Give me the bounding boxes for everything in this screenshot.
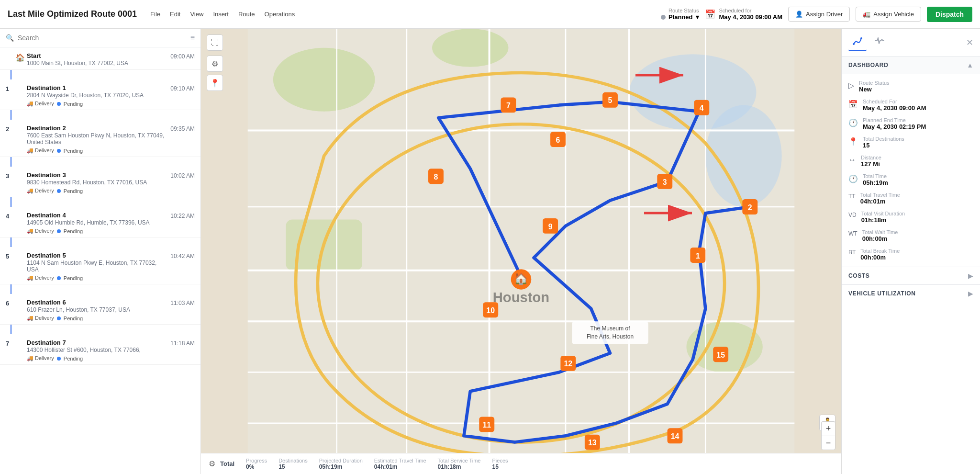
stop-info-4: Destination 4 14905 Old Humble Rd, Humbl… <box>27 212 167 234</box>
sidebar-search-bar: 🔍 ≡ <box>0 29 200 47</box>
stop-info-6: Destination 6 610 Frazer Ln, Houston, TX… <box>27 299 167 321</box>
stop-time-1: 09:10 AM <box>170 84 195 92</box>
svg-text:15: 15 <box>716 351 725 359</box>
assign-vehicle-button[interactable]: 🚛 Assign Vehicle <box>856 7 921 22</box>
map-toolbar: ⛶ <box>207 34 223 51</box>
dispatch-button[interactable]: Dispatch <box>927 7 972 22</box>
stop-item-1[interactable]: 1 Destination 1 2804 N Wayside Dr, Houst… <box>0 79 200 110</box>
stop-item-3[interactable]: 3 Destination 3 9830 Homestead Rd, Houst… <box>0 167 200 197</box>
planned-end-label: Planned End Time <box>863 117 973 123</box>
assign-vehicle-label: Assign Vehicle <box>873 11 914 18</box>
vehicle-section-header[interactable]: VEHICLE UTILIZATION ▶ <box>842 285 980 302</box>
timeline-line-6 <box>11 325 11 334</box>
menu-operations[interactable]: Operations <box>265 11 295 18</box>
route-status-group: Route Status Planned ▾ <box>661 8 699 21</box>
timeline-line <box>11 70 11 79</box>
delivery-tag-7: 🚚 Delivery <box>27 355 54 361</box>
timeline-line-3 <box>11 197 11 207</box>
total-travel-content: Total Travel Time 04h:01m <box>860 192 973 205</box>
sidebar-left: 🔍 ≡ 🏠 Start 1000 Main St, Houston, TX 77… <box>0 29 201 474</box>
dashboard-title: DASHBOARD <box>848 62 888 68</box>
stop-time-start: 09:00 AM <box>170 52 195 60</box>
stop-tags-4: 🚚 Delivery Pending <box>27 228 167 234</box>
route-status-text: Planned <box>668 13 693 21</box>
stop-icon-2 <box>15 124 27 125</box>
home-icon: 🏠 <box>15 54 25 62</box>
vehicle-chevron[interactable]: ▶ <box>968 290 973 297</box>
map-pin-button[interactable]: 📍 <box>207 75 223 91</box>
menu-insert[interactable]: Insert <box>213 11 229 18</box>
stop-item-start[interactable]: 🏠 Start 1000 Main St, Houston, TX 77002,… <box>0 47 200 70</box>
stop-list: 🏠 Start 1000 Main St, Houston, TX 77002,… <box>0 47 200 474</box>
bottom-stat-destinations: Destinations 15 <box>278 458 308 470</box>
total-break-row: BT Total Break Time 00h:00m <box>842 245 980 264</box>
zoom-in-button[interactable]: + <box>821 421 835 436</box>
menu-view[interactable]: View <box>190 11 203 18</box>
stop-name-4: Destination 4 <box>27 212 167 219</box>
svg-text:4: 4 <box>700 104 704 112</box>
total-destinations-value: 15 <box>863 142 973 149</box>
svg-text:1: 1 <box>696 252 700 260</box>
expand-map-button[interactable]: ⛶ <box>207 34 223 51</box>
stop-item-4[interactable]: 4 Destination 4 14905 Old Humble Rd, Hum… <box>0 207 200 237</box>
tab-activity[interactable] <box>870 34 889 51</box>
menu-bar: File Edit View Insert Route Operations <box>150 11 655 18</box>
total-visit-label: Total Visit Duration <box>861 211 973 216</box>
stop-address-5: 1104 N Sam Houston Pkwy E, Houston, TX 7… <box>27 260 167 273</box>
panel-close-button[interactable]: ✕ <box>966 37 973 48</box>
bottom-gear-icon[interactable]: ⚙ <box>209 459 215 468</box>
dashboard-chevron[interactable]: ▲ <box>967 61 973 69</box>
assign-driver-button[interactable]: 👤 Assign Driver <box>788 7 850 22</box>
stop-address-1: 2804 N Wayside Dr, Houston, TX 77020, US… <box>27 92 167 99</box>
planned-end-row: 🕐 Planned End Time May 4, 2030 02:19 PM <box>842 114 980 133</box>
progress-value: 0% <box>246 463 267 470</box>
route-status-value[interactable]: Planned ▾ <box>661 13 699 21</box>
zoom-out-button[interactable]: − <box>821 436 835 450</box>
stop-name-2: Destination 2 <box>27 124 167 132</box>
stop-item-6[interactable]: 6 Destination 6 610 Frazer Ln, Houston, … <box>0 294 200 325</box>
svg-text:12: 12 <box>564 360 572 368</box>
menu-edit[interactable]: Edit <box>170 11 180 18</box>
map-area[interactable]: ⛶ ⚙ 📍 <box>201 29 841 474</box>
delivery-tag-1: 🚚 Delivery <box>27 101 54 107</box>
stop-item-2[interactable]: 2 Destination 2 7600 East Sam Houston Pk… <box>0 120 200 157</box>
status-dropdown-icon[interactable]: ▾ <box>696 13 699 21</box>
stop-time-7: 11:18 AM <box>170 339 195 347</box>
route-status-dash-label: Route Status <box>859 80 973 86</box>
distance-dash-icon: ↔ <box>848 156 856 164</box>
stop-address-4: 14905 Old Humble Rd, Humble, TX 77396, U… <box>27 219 167 226</box>
service-value: 01h:18m <box>438 463 481 470</box>
tab-route[interactable] <box>848 34 867 51</box>
stop-tags-6: 🚚 Delivery Pending <box>27 315 167 321</box>
svg-text:5: 5 <box>608 96 612 104</box>
menu-route[interactable]: Route <box>238 11 255 18</box>
bottom-bar: ⚙ Total Progress 0% Destinations 15 Proj… <box>201 453 841 474</box>
svg-point-60 <box>853 43 855 45</box>
search-icon: 🔍 <box>6 34 14 42</box>
svg-text:2: 2 <box>748 203 752 212</box>
costs-section-header[interactable]: COSTS ▶ <box>842 267 980 284</box>
map-gear-button[interactable]: ⚙ <box>207 56 223 72</box>
dashboard-rows: ▷ Route Status New 📅 Scheduled For May 4… <box>842 74 980 267</box>
stop-name-1: Destination 1 <box>27 84 167 91</box>
stop-item-5[interactable]: 5 Destination 5 1104 N Sam Houston Pkwy … <box>0 247 200 284</box>
stop-number-7: 7 <box>6 339 15 347</box>
total-time-row: 🕐 Total Time 05h:19m <box>842 170 980 189</box>
destinations-value: 15 <box>278 463 308 470</box>
pending-tag-7: Pending <box>64 356 83 361</box>
search-input[interactable] <box>18 34 187 42</box>
stop-item-7[interactable]: 7 Destination 7 14300 Hollister St #600,… <box>0 334 200 365</box>
wait-time-icon: WT <box>848 230 858 237</box>
duration-value: 05h:19m <box>319 463 363 470</box>
total-travel-row: TT Total Travel Time 04h:01m <box>842 189 980 208</box>
costs-chevron[interactable]: ▶ <box>968 272 973 280</box>
delivery-tag-5: 🚚 Delivery <box>27 275 54 281</box>
topbar-right: Route Status Planned ▾ 📅 Scheduled for M… <box>661 7 972 22</box>
route-status-dash-value: New <box>859 86 973 93</box>
total-wait-content: Total Wait Time 00h:00m <box>862 229 973 242</box>
calendar-icon: 📅 <box>705 9 715 20</box>
pin-icon: 📍 <box>210 79 220 88</box>
menu-file[interactable]: File <box>150 11 160 18</box>
filter-icon[interactable]: ≡ <box>190 34 195 42</box>
costs-title: COSTS <box>848 272 869 279</box>
